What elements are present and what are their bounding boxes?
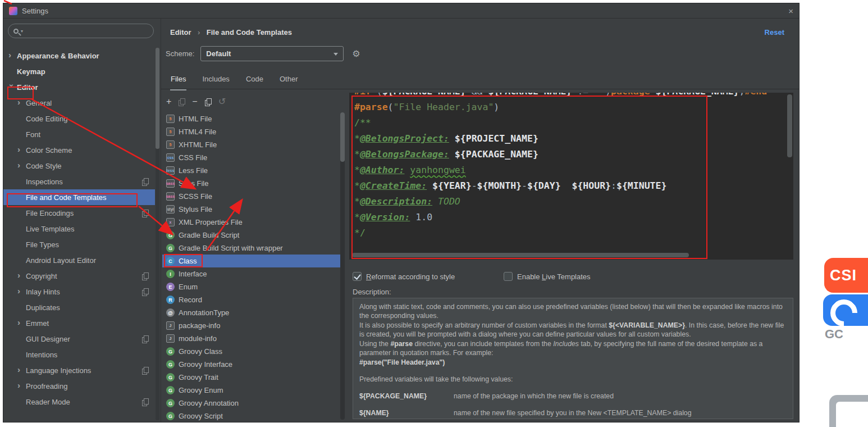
- template-list-panel: +−↺ 5 HTML File 5 HTML4 File 5 XHTML Fil…: [161, 93, 347, 422]
- csdn-logo-partial: CSI: [824, 258, 868, 293]
- add-icon[interactable]: +: [166, 97, 171, 106]
- tree-toggle-icon[interactable]: ›: [17, 161, 24, 170]
- sidebar-item-inlay-hints[interactable]: › Inlay Hints: [3, 284, 155, 299]
- template-item-enum[interactable]: E Enum: [162, 280, 340, 293]
- tab-label: Other: [280, 75, 298, 83]
- tab-includes[interactable]: Includes: [202, 73, 230, 89]
- java-file-icon: J: [166, 334, 175, 343]
- template-item-interface[interactable]: I Interface: [162, 267, 340, 280]
- sidebar-item-file-encodings[interactable]: File Encodings: [3, 205, 155, 221]
- sidebar-item-android-layout-editor[interactable]: Android Layout Editor: [3, 252, 155, 268]
- sidebar-item-general[interactable]: › General: [3, 95, 155, 111]
- template-item-groovy-annotation[interactable]: G Groovy Annotation: [162, 397, 340, 410]
- sidebar-item-appearance-behavior[interactable]: › Appearance & Behavior: [3, 48, 155, 63]
- template-item-gradle-build-script-with-wrapper[interactable]: G Gradle Build Script with wrapper: [162, 242, 340, 255]
- live-templates-checkbox-row[interactable]: Enable Live Templates: [504, 272, 591, 281]
- annotation-file-icon: @: [166, 308, 175, 317]
- template-item-scss-file[interactable]: sass SCSS File: [162, 190, 340, 203]
- sidebar-scrollbar[interactable]: [156, 48, 159, 420]
- tree-toggle-icon[interactable]: ›: [17, 365, 24, 374]
- sidebar-item-gui-designer[interactable]: GUI Designer: [3, 331, 155, 347]
- tree-toggle-icon[interactable]: ›: [8, 51, 15, 60]
- template-item-gradle-build-script[interactable]: G Gradle Build Script: [162, 229, 340, 242]
- sidebar-item-label: Live Templates: [26, 225, 74, 233]
- sidebar-item-live-templates[interactable]: Live Templates: [3, 221, 155, 237]
- template-list-scrollbar-thumb[interactable]: [340, 112, 345, 162]
- sidebar-item-intentions[interactable]: Intentions: [3, 347, 155, 362]
- remove-icon[interactable]: −: [192, 97, 197, 106]
- code-line: #parse("File Header.java"): [354, 99, 767, 115]
- duplicate-icon[interactable]: [205, 98, 211, 105]
- sidebar-item-code-style[interactable]: › Code Style: [3, 158, 155, 174]
- sidebar-item-label: Language Injections: [26, 366, 91, 375]
- template-item-groovy-interface[interactable]: G Groovy Interface: [162, 358, 340, 371]
- reset-link[interactable]: Reset: [765, 28, 784, 37]
- sidebar-item-code-editing[interactable]: Code Editing: [3, 111, 155, 126]
- reset-icon[interactable]: ↺: [218, 97, 226, 106]
- scheme-actions-gear-icon[interactable]: ⚙: [352, 48, 360, 59]
- template-item-annotationtype[interactable]: @ AnnotationType: [162, 306, 340, 319]
- settings-search-input[interactable]: ▾: [8, 24, 154, 38]
- template-item-css-file[interactable]: css CSS File: [162, 151, 340, 164]
- tree-toggle-icon[interactable]: ›: [17, 381, 24, 390]
- sidebar-item-reader-mode[interactable]: Reader Mode: [3, 394, 155, 410]
- editor-vertical-scrollbar[interactable]: [787, 94, 792, 157]
- template-item-class[interactable]: C Class: [162, 255, 340, 267]
- window-titlebar[interactable]: Settings ×: [3, 3, 799, 19]
- template-item-stylus-file[interactable]: styl Stylus File: [162, 203, 340, 216]
- sidebar-item-keymap[interactable]: Keymap: [3, 63, 155, 79]
- template-item-html4-file[interactable]: 5 HTML4 File: [162, 125, 340, 138]
- scheme-select[interactable]: Default: [200, 46, 344, 61]
- tree-toggle-icon[interactable]: ›: [17, 145, 24, 154]
- template-item-groovy-class[interactable]: G Groovy Class: [162, 345, 340, 358]
- tab-code[interactable]: Code: [245, 73, 264, 89]
- copy-icon[interactable]: [179, 98, 185, 105]
- tree-toggle-icon[interactable]: ›: [17, 271, 24, 280]
- sidebar-item-label: Reader Mode: [26, 398, 70, 406]
- sidebar-item-font[interactable]: Font: [3, 126, 155, 142]
- tree-toggle-icon[interactable]: ›: [17, 98, 24, 107]
- template-item-groovy-enum[interactable]: G Groovy Enum: [162, 384, 340, 397]
- sidebar-item-color-scheme[interactable]: › Color Scheme: [3, 142, 155, 158]
- sidebar-item-duplicates[interactable]: Duplicates: [3, 299, 155, 315]
- sidebar-item-inspections[interactable]: Inspections: [3, 174, 155, 189]
- record-file-icon: R: [166, 296, 175, 304]
- sidebar-item-file-types[interactable]: File Types: [3, 237, 155, 252]
- template-item-groovy-script[interactable]: G Groovy Script: [162, 410, 340, 422]
- sidebar-item-proofreading[interactable]: › Proofreading: [3, 378, 155, 394]
- window-close-button[interactable]: ×: [788, 7, 793, 15]
- template-item-module-info[interactable]: J module-info: [162, 332, 340, 345]
- template-name: AnnotationType: [179, 308, 229, 317]
- tree-toggle-icon[interactable]: ›: [7, 84, 16, 90]
- template-item-html-file[interactable]: 5 HTML File: [162, 112, 340, 125]
- tree-toggle-icon[interactable]: ›: [17, 287, 24, 296]
- scheme-row: Scheme: Default ⚙: [166, 46, 360, 61]
- settings-window: Settings × ▾ › Appearance & Behavior Key…: [3, 3, 799, 422]
- sidebar-item-copyright[interactable]: › Copyright: [3, 268, 155, 284]
- template-item-record[interactable]: R Record: [162, 293, 340, 306]
- label-pre: Enable: [517, 272, 542, 281]
- template-list-scrollbar[interactable]: [340, 112, 345, 420]
- template-item-xhtml-file[interactable]: 5 XHTML File: [162, 138, 340, 151]
- tree-toggle-icon[interactable]: ›: [17, 318, 24, 327]
- template-item-package-info[interactable]: J package-info: [162, 319, 340, 332]
- variable-row: ${NAME} name of the new file specified b…: [359, 408, 787, 417]
- sidebar-item-language-injections[interactable]: › Language Injections: [3, 362, 155, 378]
- template-item-xml-properties-file[interactable]: x XML Properties File: [162, 216, 340, 229]
- template-item-sass-file[interactable]: sass Sass File: [162, 177, 340, 190]
- sidebar-item-editor[interactable]: › Editor: [3, 79, 155, 95]
- breadcrumb-separator-icon: ›: [198, 28, 200, 37]
- tab-other[interactable]: Other: [279, 73, 299, 89]
- reformat-checkbox-row[interactable]: Reformat according to style: [353, 272, 455, 281]
- sidebar-item-emmet[interactable]: › Emmet: [3, 315, 155, 331]
- sidebar-item-file-and-code-templates[interactable]: File and Code Templates: [3, 189, 155, 205]
- tab-files[interactable]: Files: [170, 73, 186, 89]
- template-item-less-file[interactable]: less Less File: [162, 164, 340, 177]
- template-editor[interactable]: #if (${PACKAGE_NAME} && ${PACKAGE_NAME} …: [349, 93, 793, 260]
- template-name: Enum: [179, 283, 198, 291]
- editor-horizontal-scrollbar[interactable]: [352, 253, 689, 257]
- template-item-groovy-trait[interactable]: G Groovy Trait: [162, 371, 340, 384]
- live-templates-checkbox[interactable]: [504, 272, 513, 281]
- sidebar-scrollbar-thumb[interactable]: [156, 48, 159, 149]
- reformat-checkbox[interactable]: [353, 272, 362, 281]
